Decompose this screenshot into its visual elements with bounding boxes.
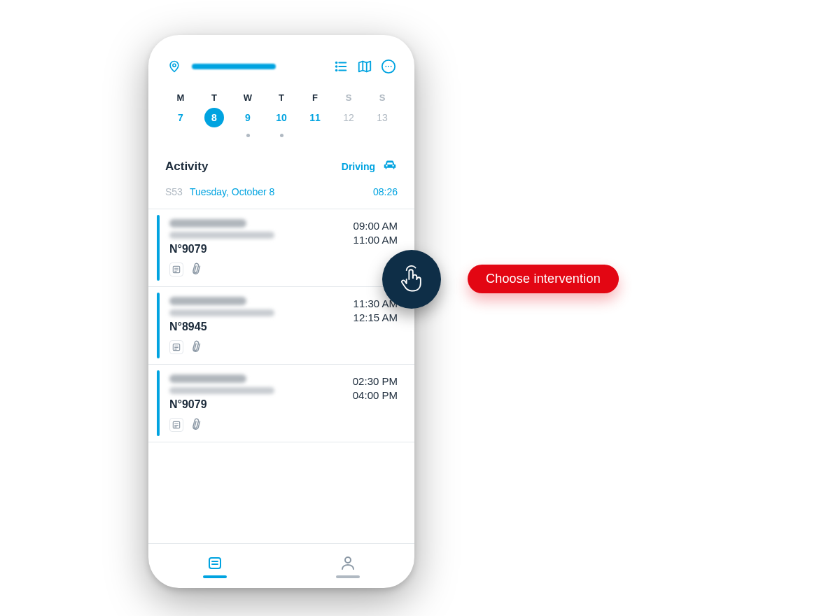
intervention-title-redacted [169, 374, 246, 383]
intervention-end: 04:00 PM [353, 388, 398, 402]
notes-icon[interactable] [169, 340, 183, 354]
svg-point-11 [385, 66, 386, 67]
day-0[interactable]: 7 [164, 107, 197, 128]
callout-choose-intervention: Choose intervention [468, 265, 619, 293]
activity-header: Activity Driving [148, 148, 414, 179]
day-dot-2 [231, 132, 265, 138]
intervention-start: 09:00 AM [354, 219, 398, 233]
svg-point-0 [173, 64, 176, 66]
phone-mockup: M T W T F S S 7 8 9 10 11 12 13 Activity [148, 35, 414, 588]
svg-point-29 [345, 557, 351, 563]
tab-underline [203, 575, 227, 578]
day-4[interactable]: 11 [298, 107, 332, 128]
tab-agenda[interactable] [148, 544, 281, 588]
intervention-end: 11:00 AM [354, 233, 398, 247]
intervention-card-1[interactable]: N°8945 11:30 AM 12:15 AM [148, 287, 414, 365]
intervention-title-redacted [169, 219, 246, 227]
map-icon[interactable] [356, 57, 374, 76]
svg-rect-26 [209, 558, 220, 568]
bottom-nav [148, 543, 414, 588]
activity-title: Activity [165, 160, 208, 174]
app-title-redacted [192, 64, 276, 69]
svg-point-12 [388, 66, 389, 67]
day-2[interactable]: 9 [231, 107, 265, 128]
dow-5: S [332, 92, 365, 103]
dow-3: T [265, 92, 298, 103]
intervention-address-redacted [169, 309, 274, 316]
svg-point-6 [336, 70, 337, 71]
dow-2: W [231, 92, 265, 103]
attachment-icon[interactable] [188, 260, 206, 280]
intervention-number: N°9079 [169, 243, 354, 255]
intervention-list: N°9079 09:00 AM 11:00 AM [148, 209, 414, 543]
notes-icon[interactable] [169, 418, 183, 432]
day-1-selected[interactable]: 8 [197, 107, 231, 128]
activity-status-label: Driving [342, 161, 375, 172]
touch-gesture-icon [382, 250, 441, 309]
date-label: Tuesday, October 8 [190, 186, 274, 197]
current-time: 08:26 [373, 186, 398, 197]
dow-6: S [365, 92, 399, 103]
intervention-number: N°8945 [169, 321, 354, 333]
list-icon[interactable] [332, 57, 350, 76]
week-strip: M T W T F S S 7 8 9 10 11 12 13 [148, 92, 414, 148]
intervention-title-redacted [169, 297, 246, 305]
dow-1: T [197, 92, 231, 103]
day-6[interactable]: 13 [365, 107, 399, 128]
phone-screen: M T W T F S S 7 8 9 10 11 12 13 Activity [148, 53, 414, 588]
intervention-card-0[interactable]: N°9079 09:00 AM 11:00 AM [148, 209, 414, 287]
week-number: S53 [165, 186, 183, 197]
svg-point-4 [336, 62, 337, 64]
attachment-icon[interactable] [188, 416, 206, 435]
intervention-start: 02:30 PM [353, 374, 398, 388]
tab-underline [336, 575, 360, 578]
date-row: S53 Tuesday, October 8 08:26 [148, 179, 414, 209]
more-circle-icon[interactable] [379, 57, 398, 76]
intervention-number: N°9079 [169, 398, 353, 411]
dow-4: F [298, 92, 332, 103]
location-pin-icon[interactable] [165, 57, 183, 76]
intervention-end: 12:15 AM [354, 311, 398, 325]
day-5[interactable]: 12 [332, 107, 365, 128]
intervention-address-redacted [169, 387, 274, 394]
svg-point-13 [391, 66, 392, 67]
app-topbar [148, 53, 414, 80]
attachment-icon[interactable] [188, 338, 206, 358]
day-dot-3 [265, 132, 298, 138]
svg-point-5 [336, 66, 337, 67]
activity-status-button[interactable]: Driving [342, 158, 398, 175]
svg-marker-7 [359, 62, 371, 72]
car-icon [382, 158, 398, 175]
intervention-address-redacted [169, 232, 274, 239]
day-3[interactable]: 10 [265, 107, 298, 128]
notes-icon[interactable] [169, 262, 183, 276]
intervention-card-2[interactable]: N°9079 02:30 PM 04:00 PM [148, 365, 414, 442]
tab-profile[interactable] [281, 544, 414, 588]
dow-0: M [164, 92, 197, 103]
